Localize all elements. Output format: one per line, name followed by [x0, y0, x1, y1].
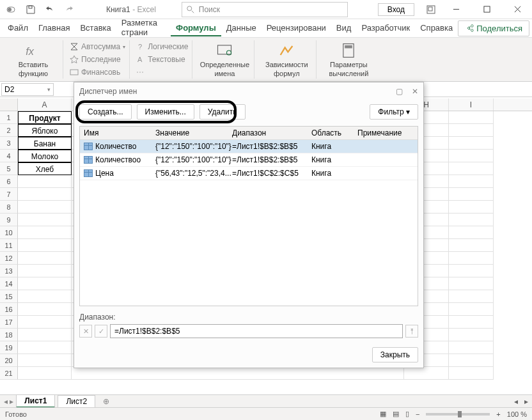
dialog-maximize-icon[interactable]: ▢ [396, 87, 403, 96]
row-header[interactable]: 3 [0, 137, 18, 150]
col-note[interactable]: Примечание [354, 127, 418, 139]
zoom-slider[interactable] [426, 413, 490, 416]
defined-names-button[interactable]: Определенные имена [199, 42, 250, 77]
financial-button[interactable]: Финансовь [70, 66, 125, 79]
formula-auditing-button[interactable]: Зависимости формул [261, 42, 312, 77]
sheet-nav[interactable]: ◂ ▸ [4, 397, 13, 406]
svg-point-3 [187, 6, 192, 10]
scroll-left[interactable]: ◂ [514, 397, 518, 406]
money-icon [70, 68, 79, 77]
svg-text:A: A [137, 56, 143, 63]
col-range[interactable]: Диапазон [228, 127, 308, 139]
svg-text:fx: fx [26, 45, 35, 57]
logical-button[interactable]: ?Логические [136, 40, 188, 53]
view-normal-icon[interactable]: ▦ [380, 410, 386, 418]
tab-data[interactable]: Данные [221, 20, 262, 36]
table-row[interactable]: Количествоо {"12":"150":"100":"10"} =Лис… [80, 153, 418, 167]
col-header[interactable]: I [449, 98, 494, 111]
autosave-toggle[interactable] [3, 1, 20, 19]
sheet-tab[interactable]: Лист1 [16, 394, 55, 408]
tab-help[interactable]: Справка [415, 20, 458, 36]
cell[interactable]: Молоко [18, 150, 72, 162]
cell[interactable]: Продукт [18, 111, 72, 124]
col-header[interactable]: A [18, 98, 72, 111]
audit-icon [278, 42, 295, 59]
more-functions[interactable]: ⋯ [136, 66, 188, 79]
name-icon [215, 42, 233, 59]
cell[interactable]: Яблоко [18, 124, 72, 137]
sigma-icon [70, 42, 79, 51]
row-header[interactable]: 2 [0, 124, 18, 137]
ribbon-tabs: Файл Главная Вставка Разметка страни Фор… [0, 19, 532, 37]
cell[interactable]: Банан [18, 137, 72, 150]
share-button[interactable]: Поделиться [458, 20, 529, 36]
ribbon: fx Вставить функцию Автосумма▾ Последние… [0, 37, 532, 82]
tab-layout[interactable]: Разметка страни [116, 15, 171, 41]
row-header[interactable]: 1 [0, 111, 18, 124]
row-header[interactable]: 4 [0, 150, 18, 162]
row-header[interactable]: 5 [0, 162, 18, 175]
maximize-button[interactable] [472, 0, 501, 19]
scroll-right[interactable]: ▸ [524, 397, 528, 406]
select-all[interactable] [0, 98, 18, 111]
svg-point-1 [8, 8, 12, 12]
tab-developer[interactable]: Разработчик [356, 20, 415, 36]
table-icon [84, 169, 93, 177]
sheet-tab-bar: ◂ ▸ Лист1 Лист2 ⊕ ◂ ▸ [0, 394, 532, 407]
search-box[interactable]: Поиск [182, 2, 348, 17]
col-scope[interactable]: Область [308, 127, 354, 139]
fx-icon: fx [24, 42, 42, 59]
accept-ref-button[interactable]: ✓ [95, 325, 107, 338]
zoom-in[interactable]: + [496, 410, 500, 418]
zoom-level: 100 % [507, 410, 527, 418]
insert-function-button[interactable]: fx Вставить функцию [8, 42, 59, 77]
zoom-out[interactable]: − [416, 410, 419, 418]
undo-icon[interactable] [41, 1, 59, 19]
table-row[interactable]: Цена {"56,43":"12,5":"23,4... =Лист1!$C$… [80, 167, 418, 180]
table-icon [84, 156, 93, 164]
table-row[interactable]: Количество {"12":"150":"100":"10"} =Лист… [80, 140, 418, 153]
sheet-tab[interactable]: Лист2 [58, 395, 95, 407]
chevron-down-icon: ▾ [47, 86, 51, 93]
svg-rect-5 [428, 7, 432, 11]
cancel-ref-button[interactable]: ✕ [79, 325, 92, 338]
collapse-ref-button[interactable]: ⭱ [405, 325, 418, 338]
recent-button[interactable]: Последние [70, 53, 125, 66]
tab-review[interactable]: Рецензировани [262, 20, 331, 36]
search-placeholder: Поиск [199, 5, 220, 14]
share-icon [465, 24, 474, 33]
name-box[interactable]: D2▾ [1, 83, 54, 96]
col-name[interactable]: Имя [80, 127, 152, 139]
redo-icon[interactable] [60, 1, 78, 19]
tab-insert[interactable]: Вставка [75, 20, 116, 36]
range-label: Диапазон: [79, 313, 418, 322]
autosum-button[interactable]: Автосумма▾ [70, 40, 125, 53]
tab-view[interactable]: Вид [331, 20, 357, 36]
close-button[interactable]: Закрыть [372, 347, 418, 362]
new-sheet-button[interactable]: ⊕ [98, 397, 114, 406]
text-button[interactable]: AТекстовые [136, 53, 188, 66]
col-value[interactable]: Значение [152, 127, 228, 139]
view-break-icon[interactable]: ▯ [405, 410, 409, 418]
filter-button[interactable]: Фильтр ▾ [370, 104, 418, 120]
svg-rect-2 [29, 6, 32, 8]
range-input[interactable] [110, 324, 403, 338]
coming-soon-icon[interactable] [422, 1, 440, 19]
status-bar: Готово ▦ ▤ ▯ − + 100 % [0, 407, 532, 420]
login-button[interactable]: Вход [378, 3, 414, 16]
svg-rect-8 [70, 70, 78, 75]
edit-button[interactable]: Изменить... [137, 104, 194, 120]
cell[interactable]: Хлеб [18, 162, 72, 175]
title-bar: Книга1 - Excel Поиск Вход [0, 0, 532, 19]
create-button[interactable]: Создать... [79, 104, 132, 120]
tab-home[interactable]: Главная [33, 20, 75, 36]
dialog-close-icon[interactable]: ✕ [412, 87, 418, 96]
save-icon[interactable] [22, 1, 40, 19]
delete-button[interactable]: Удалить [199, 104, 246, 120]
tab-file[interactable]: Файл [3, 20, 33, 36]
calc-options-button[interactable]: Параметры вычислений [323, 42, 374, 77]
tab-formulas[interactable]: Формулы [171, 20, 221, 36]
view-layout-icon[interactable]: ▤ [393, 410, 399, 418]
close-button[interactable] [503, 0, 532, 19]
minimize-button[interactable] [441, 0, 471, 19]
